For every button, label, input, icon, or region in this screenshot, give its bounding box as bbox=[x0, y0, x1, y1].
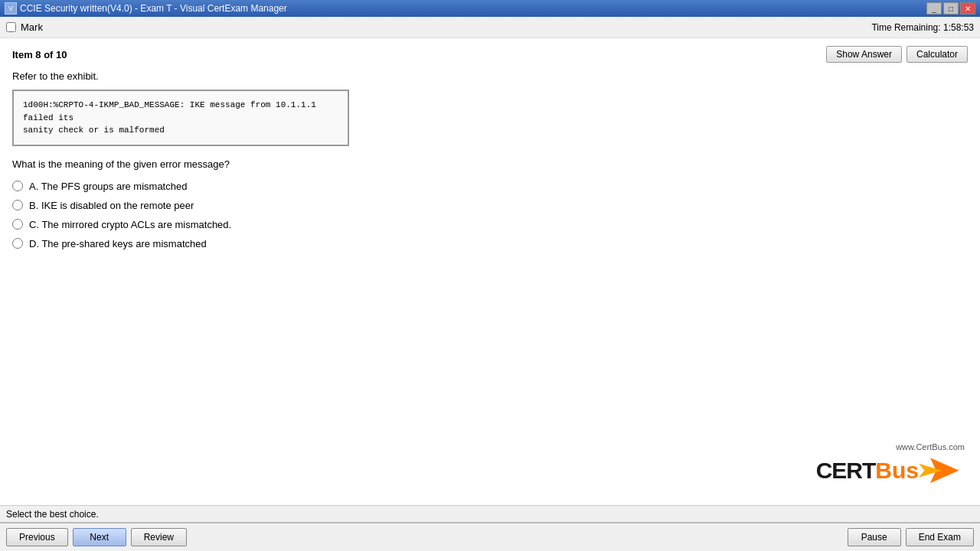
review-button[interactable]: Review bbox=[131, 528, 187, 546]
option-label-c[interactable]: C. The mirrored crypto ACLs are mismatch… bbox=[29, 219, 231, 230]
option-row-b: B. IKE is disabled on the remote peer bbox=[12, 200, 968, 211]
cert-text: CERT bbox=[816, 458, 876, 484]
mark-checkbox[interactable] bbox=[6, 22, 16, 32]
previous-button[interactable]: Previous bbox=[6, 528, 68, 546]
maximize-button[interactable]: □ bbox=[943, 2, 959, 15]
option-radio-d[interactable] bbox=[12, 238, 23, 249]
header-buttons: Show Answer Calculator bbox=[826, 46, 968, 63]
app-icon: V bbox=[5, 2, 17, 15]
title-bar-controls[interactable]: _ □ ✕ bbox=[926, 2, 975, 15]
bottom-bar: Previous Next Review Pause End Exam bbox=[0, 522, 980, 551]
item-counter: Item 8 of 10 bbox=[12, 49, 67, 60]
status-text: Select the best choice. bbox=[6, 509, 99, 520]
option-radio-c[interactable] bbox=[12, 219, 23, 230]
exhibit-code-line2: sanity check or is malformed bbox=[23, 124, 338, 137]
bus-text: Bus bbox=[875, 458, 919, 484]
time-remaining: Time Remaining: 1:58:53 bbox=[871, 22, 974, 33]
options-container: A. The PFS groups are mismatched B. IKE … bbox=[12, 181, 968, 249]
window-title: CCIE Security written(V4.0) - Exam T - V… bbox=[20, 3, 287, 14]
title-bar: V CCIE Security written(V4.0) - Exam T -… bbox=[0, 0, 980, 17]
option-label-a[interactable]: A. The PFS groups are mismatched bbox=[29, 181, 187, 192]
close-button[interactable]: ✕ bbox=[960, 2, 975, 15]
show-answer-button[interactable]: Show Answer bbox=[826, 46, 902, 63]
next-button[interactable]: Next bbox=[73, 528, 126, 546]
calculator-button[interactable]: Calculator bbox=[906, 46, 968, 63]
minimize-button[interactable]: _ bbox=[926, 2, 942, 15]
certbus-logo-img: CERTBus bbox=[816, 452, 965, 490]
bottom-left-nav: Previous Next Review bbox=[6, 528, 187, 546]
exhibit-label: Refer to the exhibit. bbox=[12, 70, 968, 82]
option-radio-a[interactable] bbox=[12, 181, 23, 191]
question-text: What is the meaning of the given error m… bbox=[12, 158, 968, 170]
item-header: Item 8 of 10 Show Answer Calculator bbox=[12, 46, 968, 63]
certbus-url: www.CertBus.com bbox=[896, 442, 965, 452]
option-row-d: D. The pre-shared keys are mismatched bbox=[12, 238, 968, 249]
certbus-bird-icon bbox=[919, 452, 965, 490]
option-row-a: A. The PFS groups are mismatched bbox=[12, 181, 968, 192]
status-bar: Select the best choice. bbox=[0, 505, 980, 522]
certbus-logo: www.CertBus.com CERTBus bbox=[816, 442, 965, 490]
option-label-b[interactable]: B. IKE is disabled on the remote peer bbox=[29, 200, 194, 211]
option-row-c: C. The mirrored crypto ACLs are mismatch… bbox=[12, 219, 968, 230]
title-bar-left: V CCIE Security written(V4.0) - Exam T -… bbox=[5, 2, 287, 15]
content-area: Item 8 of 10 Show Answer Calculator Refe… bbox=[0, 38, 980, 505]
pause-button[interactable]: Pause bbox=[848, 528, 901, 546]
mark-bar: Mark Time Remaining: 1:58:53 bbox=[0, 17, 980, 38]
mark-label[interactable]: Mark bbox=[21, 21, 43, 33]
option-label-d[interactable]: D. The pre-shared keys are mismatched bbox=[29, 238, 207, 249]
mark-section: Mark bbox=[6, 21, 43, 33]
exhibit-code-line1: 1d00H:%CRPTO-4-IKMP_BAD_MESSAGE: IKE mes… bbox=[23, 99, 338, 124]
bottom-right-nav: Pause End Exam bbox=[848, 528, 974, 546]
exhibit-box: 1d00H:%CRPTO-4-IKMP_BAD_MESSAGE: IKE mes… bbox=[12, 90, 349, 146]
end-exam-button[interactable]: End Exam bbox=[906, 528, 974, 546]
option-radio-b[interactable] bbox=[12, 200, 23, 210]
